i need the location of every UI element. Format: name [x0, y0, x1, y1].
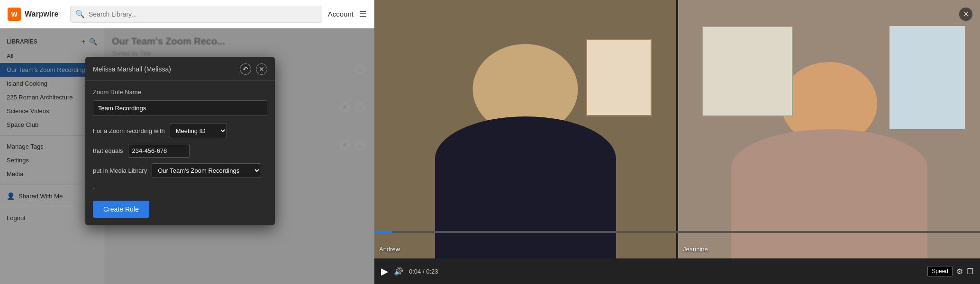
app-name: Warpwire [25, 10, 58, 18]
wall-art-left [586, 39, 652, 116]
modal-header-title: Melissa Marshall (Melissa) [93, 65, 171, 73]
jeannine-background [678, 0, 980, 258]
dot-separator: . [93, 183, 95, 191]
library-select[interactable]: Our Team's Zoom Recordings Island Cookin… [152, 163, 261, 178]
modal-header-icons: ↶ ✕ [240, 63, 267, 75]
wall-art-right1 [702, 26, 793, 116]
jeannine-video: Jeannine [678, 0, 980, 258]
topnav: W Warpwire 🔍 Account ☰ [0, 0, 374, 28]
volume-button[interactable]: 🔊 [394, 267, 403, 276]
play-button[interactable]: ▶ [381, 266, 388, 277]
wall-art-right2 [889, 26, 965, 129]
zoom-rule-name-label: Zoom Rule Name [93, 89, 267, 96]
create-rule-button[interactable]: Create Rule [93, 201, 149, 218]
main-content: Libraries + 🔍 All Our Team's Zoom Record… [0, 28, 374, 284]
account-label: Account [328, 10, 354, 18]
speed-button[interactable]: Speed [927, 266, 953, 276]
total-time: 0:23 [426, 268, 438, 275]
video-player-area: Andrew Jeannine [374, 0, 980, 258]
logo: W Warpwire [8, 8, 64, 21]
video-split: Andrew Jeannine [374, 0, 980, 258]
search-icon: 🔍 [75, 9, 85, 18]
equals-row: that equals [93, 144, 267, 158]
rule-name-input[interactable] [93, 100, 267, 116]
modal-back-btn[interactable]: ↶ [240, 63, 251, 75]
put-in-label: put in Media Library [93, 167, 147, 174]
fullscreen-icon-button[interactable]: ❐ [967, 267, 973, 276]
left-panel: W Warpwire 🔍 Account ☰ Libraries + 🔍 All [0, 0, 374, 284]
search-input[interactable] [89, 10, 317, 18]
settings-icon-button[interactable]: ⚙ [956, 267, 963, 276]
condition-row: For a Zoom recording with Meeting ID Top… [93, 124, 267, 138]
andrew-label: Andrew [379, 246, 400, 253]
zoom-rule-modal: Melissa Marshall (Melissa) ↶ ✕ Zoom Rule… [85, 57, 275, 225]
jeannine-body [731, 129, 927, 258]
current-time: 0:04 [409, 268, 421, 275]
controls-right: Speed ⚙ ❐ [927, 266, 973, 276]
andrew-background [374, 0, 676, 258]
close-video-button[interactable]: ✕ [958, 7, 973, 22]
for-label: For a Zoom recording with [93, 127, 165, 134]
condition-select[interactable]: Meeting ID Topic Host Email [170, 124, 227, 138]
search-bar[interactable]: 🔍 [70, 6, 322, 23]
time-display: 0:04 / 0:23 [409, 268, 438, 275]
jeannine-label: Jeannine [683, 246, 708, 253]
that-equals-label: that equals [93, 147, 123, 154]
logo-icon: W [8, 8, 21, 21]
modal-close-btn[interactable]: ✕ [256, 63, 267, 75]
progress-bar-wrap[interactable] [374, 231, 980, 233]
andrew-video: Andrew [374, 0, 676, 258]
modal-body: Zoom Rule Name For a Zoom recording with… [85, 81, 275, 225]
andrew-body [435, 116, 616, 258]
right-panel: ✕ Andrew Jeannine [374, 0, 980, 284]
progress-bar-fill [374, 231, 392, 233]
video-controls: ▶ 🔊 0:04 / 0:23 Speed ⚙ ❐ [374, 258, 980, 284]
library-row: put in Media Library Our Team's Zoom Rec… [93, 163, 267, 191]
equals-input[interactable] [128, 144, 190, 158]
account-button[interactable]: Account [328, 10, 354, 18]
hamburger-icon[interactable]: ☰ [359, 9, 367, 19]
modal-header: Melissa Marshall (Melissa) ↶ ✕ [85, 57, 275, 81]
